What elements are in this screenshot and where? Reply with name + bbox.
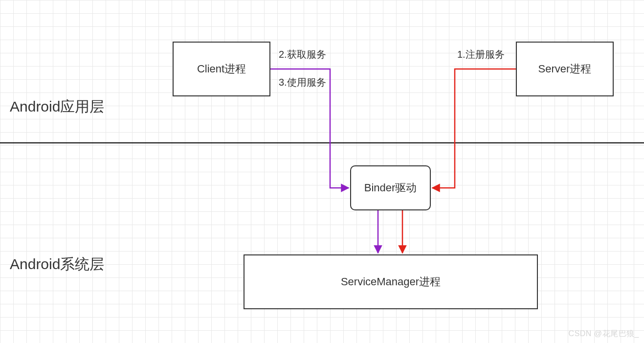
step3-label: 3.使用服务 xyxy=(279,76,326,89)
service-manager-box: ServiceManager进程 xyxy=(244,254,538,309)
app-layer-label: Android应用层 xyxy=(10,97,104,117)
register-arrow-to-binder xyxy=(432,69,516,188)
service-manager-box-label: ServiceManager进程 xyxy=(341,274,441,289)
binder-box-label: Binder驱动 xyxy=(364,181,417,195)
client-box-label: Client进程 xyxy=(197,62,246,76)
step1-label: 1.注册服务 xyxy=(457,48,505,61)
layer-divider xyxy=(0,142,644,143)
watermark: CSDN @花尾巴狼_ xyxy=(569,329,639,339)
binder-box: Binder驱动 xyxy=(350,165,431,210)
server-box: Server进程 xyxy=(516,42,614,96)
system-layer-label: Android系统层 xyxy=(10,254,104,274)
step2-label: 2.获取服务 xyxy=(279,48,326,61)
server-box-label: Server进程 xyxy=(538,62,592,76)
client-box: Client进程 xyxy=(173,42,270,96)
